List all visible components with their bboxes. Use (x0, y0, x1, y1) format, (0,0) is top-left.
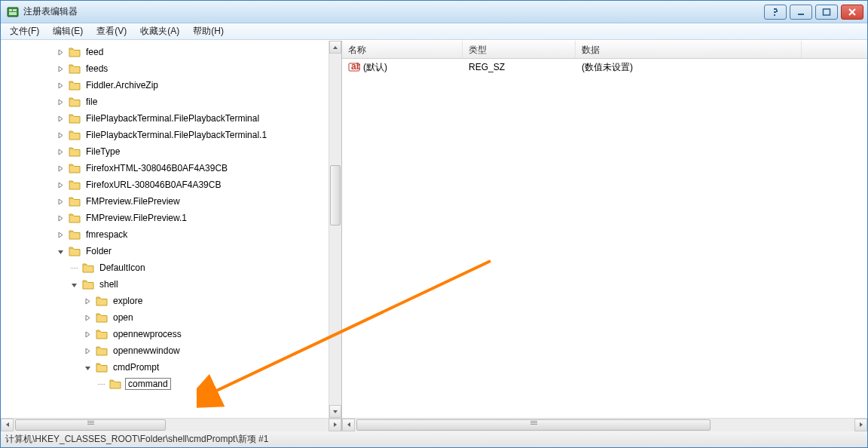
folder-icon (69, 146, 81, 157)
tree-node[interactable]: opennewprocess (1, 326, 329, 342)
scroll-right-icon[interactable] (854, 419, 867, 431)
scroll-thumb[interactable] (330, 165, 341, 226)
folder-icon (69, 213, 81, 223)
values-panel: 名称 类型 数据 ab(默认)REG_SZ(数值未设置) (342, 41, 867, 431)
tree-view[interactable]: feedfeedsFiddler.ArchiveZipfileFilePlayb… (1, 41, 329, 418)
expand-icon[interactable] (84, 330, 92, 339)
expand-icon[interactable] (57, 214, 65, 222)
folder-icon (96, 296, 108, 306)
string-value-icon: ab (348, 61, 360, 73)
tree-node[interactable]: FileType (1, 143, 329, 160)
tree-node[interactable]: file (1, 94, 329, 110)
expand-icon[interactable] (84, 314, 92, 322)
svg-rect-6 (774, 11, 776, 13)
titlebar: 注册表编辑器 (1, 1, 867, 23)
tree-connector-icon (97, 380, 105, 388)
tree-node[interactable]: command (1, 376, 329, 392)
tree-node-label: FilePlaybackTerminal.FilePlaybackTermina… (84, 129, 268, 141)
menu-edit[interactable]: 编辑(E) (47, 23, 89, 39)
tree-node[interactable]: FMPreview.FilePreview (1, 193, 329, 210)
svg-text:ab: ab (351, 61, 360, 72)
expand-icon[interactable] (57, 131, 65, 140)
tree-node-label[interactable]: command (125, 378, 171, 390)
expand-icon[interactable] (57, 164, 65, 173)
window-title: 注册表编辑器 (23, 5, 78, 18)
tree-node-label: shell (98, 278, 120, 290)
tree-node[interactable]: FilePlaybackTerminal.FilePlaybackTermina… (1, 127, 329, 143)
col-data[interactable]: 数据 (576, 41, 802, 58)
status-path: 计算机\HKEY_CLASSES_ROOT\Folder\shell\cmdPr… (5, 433, 268, 446)
help-button[interactable] (764, 5, 787, 20)
tree-node[interactable]: DefaultIcon (1, 259, 329, 276)
values-list[interactable]: ab(默认)REG_SZ(数值未设置) (342, 59, 867, 418)
value-data-cell: (数值未设置) (576, 61, 802, 74)
scroll-down-icon[interactable] (329, 405, 341, 418)
folder-icon (69, 229, 81, 240)
expand-icon[interactable] (57, 65, 65, 73)
scroll-up-icon[interactable] (329, 41, 341, 54)
menu-favorites[interactable]: 收藏夹(A) (134, 23, 185, 39)
tree-node[interactable]: open (1, 309, 329, 326)
tree-node[interactable]: FirefoxHTML-308046B0AF4A39CB (1, 160, 329, 176)
scroll-right-icon[interactable] (329, 419, 341, 431)
collapse-icon[interactable] (70, 281, 78, 289)
close-button[interactable] (841, 5, 863, 20)
tree-node-label: cmdPrompt (112, 361, 160, 373)
tree-node-label: FirefoxHTML-308046B0AF4A39CB (84, 162, 229, 174)
value-row[interactable]: ab(默认)REG_SZ(数值未设置) (342, 59, 867, 75)
tree-node-label: FilePlaybackTerminal.FilePlaybackTermina… (84, 112, 261, 124)
scroll-thumb[interactable] (15, 419, 166, 431)
menu-help[interactable]: 帮助(H) (187, 23, 230, 39)
tree-horizontal-scrollbar[interactable] (1, 418, 341, 431)
folder-icon (96, 312, 108, 323)
expand-icon[interactable] (57, 98, 65, 106)
scroll-left-icon[interactable] (342, 419, 355, 431)
maximize-button[interactable] (815, 5, 838, 20)
menu-file[interactable]: 文件(F) (4, 23, 45, 39)
col-name[interactable]: 名称 (342, 41, 463, 58)
tree-node-label: FirefoxURL-308046B0AF4A39CB (84, 179, 222, 191)
tree-node[interactable]: Folder (1, 243, 329, 259)
menu-view[interactable]: 查看(V) (90, 23, 133, 39)
tree-node[interactable]: feed (1, 44, 329, 60)
expand-icon[interactable] (57, 115, 65, 123)
expand-icon[interactable] (57, 198, 65, 206)
scroll-left-icon[interactable] (1, 419, 14, 431)
tree-node[interactable]: FirefoxURL-308046B0AF4A39CB (1, 176, 329, 193)
svg-rect-7 (774, 14, 775, 16)
tree-vertical-scrollbar[interactable] (329, 41, 341, 418)
tree-connector-icon (70, 264, 78, 272)
tree-node[interactable]: shell (1, 276, 329, 293)
folder-icon (69, 196, 81, 207)
expand-icon[interactable] (57, 181, 65, 189)
tree-node-label: fmrespack (84, 229, 129, 241)
tree-node-label: FMPreview.FilePreview (84, 195, 182, 207)
scroll-thumb[interactable] (356, 419, 711, 431)
folder-icon (69, 63, 81, 74)
tree-node-label: DefaultIcon (98, 262, 147, 274)
tree-node[interactable]: cmdPrompt (1, 359, 329, 376)
expand-icon[interactable] (57, 231, 65, 239)
svg-rect-4 (774, 8, 777, 10)
values-horizontal-scrollbar[interactable] (342, 418, 867, 431)
tree-node-label: open (112, 311, 135, 324)
tree-node[interactable]: fmrespack (1, 226, 329, 243)
tree-node[interactable]: explore (1, 293, 329, 309)
expand-icon[interactable] (84, 347, 92, 355)
tree-node[interactable]: feeds (1, 60, 329, 77)
expand-icon[interactable] (84, 297, 92, 305)
col-type[interactable]: 类型 (463, 41, 576, 58)
expand-icon[interactable] (57, 148, 65, 156)
tree-node[interactable]: Fiddler.ArchiveZip (1, 77, 329, 94)
folder-icon (109, 379, 121, 389)
tree-node-label: FileType (84, 146, 121, 158)
tree-node[interactable]: opennewwindow (1, 342, 329, 359)
collapse-icon[interactable] (84, 364, 92, 372)
collapse-icon[interactable] (57, 247, 65, 256)
tree-node[interactable]: FilePlaybackTerminal.FilePlaybackTermina… (1, 110, 329, 127)
tree-node[interactable]: FMPreview.FilePreview.1 (1, 210, 329, 226)
value-type-cell: REG_SZ (463, 62, 576, 72)
minimize-button[interactable] (790, 5, 812, 20)
expand-icon[interactable] (57, 48, 65, 57)
expand-icon[interactable] (57, 81, 65, 90)
